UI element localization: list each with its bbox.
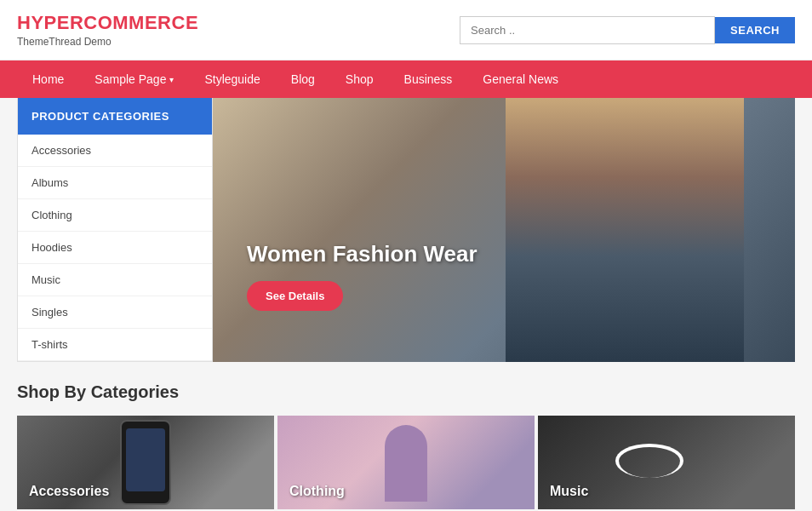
category-card-clothing[interactable]: Clothing xyxy=(277,416,535,509)
search-area: SEARCH xyxy=(460,16,795,44)
phone-screen xyxy=(126,428,165,491)
hero-title: Women Fashion Wear xyxy=(247,241,477,267)
content-wrapper: PRODUCT CATEGORIES Accessories Albums Cl… xyxy=(0,98,812,511)
hero-content: Women Fashion Wear See Details xyxy=(247,241,477,311)
category-label-clothing: Clothing xyxy=(289,484,345,499)
header: HYPERCOMMERCE ThemeThread Demo SEARCH xyxy=(0,0,812,60)
sidebar-item-tshirts[interactable]: T-shirts xyxy=(18,329,212,361)
sidebar-item-singles[interactable]: Singles xyxy=(18,296,212,329)
sidebar-item-albums[interactable]: Albums xyxy=(18,167,212,199)
product-categories-sidebar: PRODUCT CATEGORIES Accessories Albums Cl… xyxy=(17,98,213,362)
nav-item-home[interactable]: Home xyxy=(17,60,79,98)
hero-banner: Women Fashion Wear See Details xyxy=(213,98,795,362)
category-card-accessories[interactable]: Accessories xyxy=(17,416,274,509)
search-button[interactable]: SEARCH xyxy=(715,17,795,43)
sidebar-item-accessories[interactable]: Accessories xyxy=(18,135,212,167)
sidebar-header: PRODUCT CATEGORIES xyxy=(18,98,212,135)
hero-see-details-button[interactable]: See Details xyxy=(247,281,343,311)
nav-item-styleguide[interactable]: Styleguide xyxy=(189,60,275,98)
sidebar-item-clothing[interactable]: Clothing xyxy=(18,199,212,232)
phone-icon xyxy=(120,420,171,505)
logo-subtitle: ThemeThread Demo xyxy=(17,36,198,48)
category-card-music[interactable]: Music xyxy=(538,416,795,509)
nav-item-shop[interactable]: Shop xyxy=(330,60,389,98)
person-icon xyxy=(385,425,427,502)
sidebar-item-hoodies[interactable]: Hoodies xyxy=(18,232,212,264)
chevron-down-icon: ▾ xyxy=(169,75,174,84)
nav-item-general-news[interactable]: General News xyxy=(467,60,574,98)
categories-grid: Accessories Clothing Music xyxy=(17,416,795,509)
logo-title[interactable]: HYPERCOMMERCE xyxy=(17,12,198,34)
logo-area: HYPERCOMMERCE ThemeThread Demo xyxy=(17,12,198,48)
hero-figure-body xyxy=(506,98,744,362)
main-section: PRODUCT CATEGORIES Accessories Albums Cl… xyxy=(0,98,812,362)
category-label-accessories: Accessories xyxy=(29,484,109,499)
nav-item-sample-page[interactable]: Sample Page ▾ xyxy=(79,60,189,98)
earphone-icon xyxy=(615,444,683,478)
nav-item-business[interactable]: Business xyxy=(389,60,468,98)
main-nav: Home Sample Page ▾ Styleguide Blog Shop … xyxy=(0,60,812,98)
search-input[interactable] xyxy=(460,16,715,44)
nav-item-blog[interactable]: Blog xyxy=(276,60,330,98)
shop-section-title: Shop By Categories xyxy=(17,382,795,402)
category-label-music: Music xyxy=(550,484,588,499)
sidebar-item-music[interactable]: Music xyxy=(18,264,212,296)
shop-by-categories-section: Shop By Categories Accessories Clothing xyxy=(0,362,812,509)
